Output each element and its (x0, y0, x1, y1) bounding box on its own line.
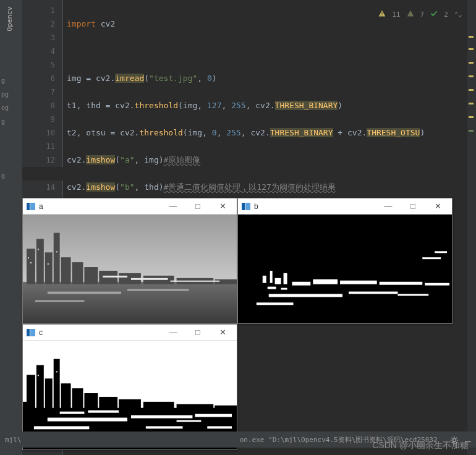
svg-rect-41 (422, 257, 441, 259)
svg-rect-32 (292, 282, 310, 286)
line-number: 12 (22, 153, 55, 167)
list-item[interactable]: g (1, 115, 9, 129)
svg-rect-39 (257, 302, 294, 305)
titlebar[interactable]: b — □ ✕ (238, 198, 452, 215)
titlebar[interactable]: c — □ ✕ (23, 325, 237, 341)
svg-rect-9 (72, 262, 83, 284)
svg-rect-61 (131, 415, 192, 419)
opencv-icon (27, 203, 35, 210)
inspections-widget[interactable]: 11 7 2 ⌃⌄ (378, 10, 462, 19)
svg-rect-24 (48, 292, 121, 294)
svg-rect-40 (398, 294, 429, 296)
svg-rect-47 (27, 375, 35, 410)
svg-rect-57 (177, 404, 214, 410)
svg-line-77 (452, 438, 453, 438)
svg-rect-8 (61, 257, 71, 284)
svg-line-79 (452, 442, 453, 443)
svg-rect-5 (36, 239, 44, 284)
svg-rect-58 (215, 406, 237, 410)
line-number: 9 (22, 113, 55, 126)
ok-count: 2 (444, 11, 448, 19)
svg-rect-71 (56, 371, 57, 372)
svg-rect-70 (38, 375, 39, 376)
close-button[interactable]: ✕ (427, 202, 448, 211)
sidebar-tab-label[interactable]: Opencv (6, 7, 14, 32)
svg-rect-65 (146, 426, 183, 428)
svg-rect-49 (45, 378, 53, 410)
svg-rect-43 (268, 287, 276, 289)
svg-rect-0 (382, 12, 383, 15)
minimize-button[interactable]: — (163, 202, 184, 211)
run-console-path: mjl\ on.exe "D:\mjl\Opencv4.5资料\图书资料\源码\… (0, 432, 476, 448)
window-title: a (39, 202, 159, 211)
gear-icon[interactable] (450, 436, 459, 446)
error-stripe[interactable] (467, 0, 476, 455)
svg-rect-19 (48, 263, 49, 265)
list-item[interactable]: og (1, 101, 9, 115)
svg-rect-35 (380, 282, 423, 285)
svg-rect-18 (38, 249, 39, 250)
svg-line-80 (456, 438, 457, 438)
maximize-button[interactable]: □ (187, 202, 208, 211)
close-button[interactable]: ✕ (212, 202, 233, 211)
line-number: 1 (22, 4, 55, 17)
minimize-button[interactable]: — (163, 328, 184, 337)
window-title: c (39, 328, 159, 337)
svg-rect-33 (313, 279, 338, 284)
minimize-tool-window-icon[interactable]: — (465, 435, 471, 447)
svg-rect-13 (143, 276, 174, 284)
svg-rect-54 (99, 397, 117, 410)
weak-warning-count: 7 (420, 11, 425, 19)
svg-rect-69 (207, 426, 232, 428)
svg-rect-50 (54, 359, 60, 410)
svg-rect-56 (143, 402, 174, 410)
list-item[interactable]: g (1, 74, 9, 88)
titlebar[interactable]: a — □ ✕ (23, 198, 237, 215)
svg-rect-28 (263, 276, 266, 283)
opencv-icon (27, 329, 35, 336)
svg-rect-25 (127, 289, 189, 291)
line-number: 11 (22, 140, 55, 153)
line-number: 10 (22, 126, 55, 140)
svg-rect-10 (84, 267, 98, 284)
list-item[interactable]: g (1, 169, 9, 183)
svg-rect-44 (281, 288, 287, 290)
svg-rect-34 (340, 281, 377, 284)
svg-rect-4 (27, 249, 35, 284)
svg-rect-26 (35, 300, 85, 302)
svg-rect-20 (56, 251, 57, 252)
maximize-button[interactable]: □ (187, 328, 208, 337)
svg-rect-68 (177, 420, 202, 422)
svg-rect-3 (23, 282, 237, 323)
weak-warning-icon (407, 10, 414, 19)
svg-rect-51 (61, 383, 71, 410)
chevron-up-down-icon[interactable]: ⌃⌄ (454, 11, 462, 19)
image-window-a[interactable]: a — □ ✕ (22, 198, 237, 324)
svg-rect-38 (349, 292, 398, 294)
svg-rect-7 (54, 233, 60, 284)
svg-rect-11 (99, 271, 117, 284)
window-title: b (254, 202, 374, 211)
maximize-button[interactable]: □ (402, 202, 423, 211)
svg-rect-29 (270, 271, 273, 283)
ok-icon (430, 10, 438, 19)
svg-point-72 (453, 438, 456, 441)
minimize-button[interactable]: — (378, 202, 399, 211)
svg-rect-59 (23, 402, 28, 410)
line-number: 4 (22, 45, 55, 58)
line-number: 2 (22, 17, 55, 31)
line-number: 7 (22, 85, 55, 99)
svg-rect-16 (28, 257, 29, 258)
image-window-b[interactable]: b — □ ✕ (237, 198, 453, 324)
close-button[interactable]: ✕ (212, 328, 233, 337)
line-number: 14 (22, 181, 55, 194)
svg-rect-22 (131, 278, 168, 280)
list-item[interactable]: pg (1, 88, 9, 101)
opencv-icon (242, 203, 250, 210)
svg-rect-52 (72, 388, 83, 410)
svg-rect-55 (119, 399, 141, 410)
svg-rect-21 (103, 276, 127, 278)
svg-rect-27 (238, 215, 452, 323)
image-canvas (23, 215, 237, 323)
svg-rect-23 (171, 281, 220, 282)
